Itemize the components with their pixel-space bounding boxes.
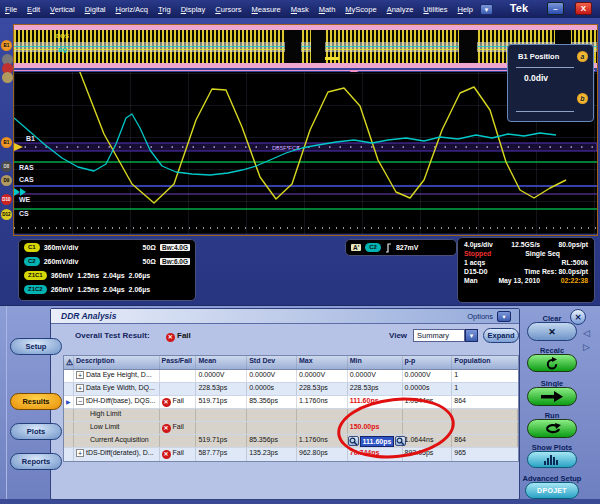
b1-badge[interactable]: B1 [1, 137, 12, 148]
view-label: View [389, 331, 407, 340]
b1-signal-label: B1 [26, 135, 35, 142]
run-button[interactable] [527, 419, 577, 438]
row-description: tDH-Diff(base), DQS... [86, 397, 156, 404]
current-row-arrow-icon: ▶ [64, 396, 74, 408]
row-description: Data Eye Height, D... [86, 371, 152, 378]
close-button[interactable]: X [575, 2, 592, 15]
col-min[interactable]: Min [348, 356, 403, 369]
knob-a-icon[interactable]: a [577, 51, 588, 62]
row-description: Data Eye Width, DQ... [86, 384, 155, 391]
table-subrow-current-acquisition[interactable]: Current Acquisition 519.71ps 85.356ps 1.… [64, 435, 518, 448]
menu-file[interactable]: File [0, 3, 22, 16]
plots-button[interactable]: Plots [10, 423, 62, 440]
frame-highlight [6, 306, 7, 504]
c1-readout[interactable]: C1 360mV/div 50Ω Bw:4.0G [19, 240, 195, 254]
zoom-highlight-segment [325, 57, 339, 60]
d8-badge[interactable]: D8 [1, 161, 12, 172]
table-row[interactable]: +Data Eye Height, D... 0.0000V 0.0000V 0… [64, 370, 518, 383]
col-population[interactable]: Population [452, 356, 518, 369]
col-passfail[interactable]: Pass/Fail [160, 356, 197, 369]
setup-button[interactable]: Setup [10, 338, 62, 355]
minimize-button[interactable]: – [547, 2, 564, 15]
d9-badge[interactable]: D9 [1, 175, 12, 186]
menu-edit[interactable]: Edit [22, 3, 45, 16]
acq-count: 1 acqs [464, 259, 485, 266]
ras-signal-label: RAS [19, 164, 34, 171]
b1-position-panel: B1 Position a 0.0div b [507, 44, 594, 122]
trigger-mode: Man [464, 277, 478, 284]
single-button[interactable] [527, 387, 577, 406]
table-subrow-low-limit[interactable]: Low Limit ✕ Fail 150.00ps [64, 422, 518, 435]
d10-badge[interactable]: D10 [1, 194, 12, 205]
expand-icon[interactable]: + [76, 384, 84, 392]
channel-readout-box: C1 360mV/div 50Ω Bw:4.0G C2 260mV/div 50… [18, 239, 196, 301]
c2-readout[interactable]: C2 260mV/div 50Ω Bw:6.0G [19, 254, 195, 268]
dpojet-button[interactable]: DPOJET [525, 482, 579, 499]
options-dropdown-button[interactable]: ▼ [497, 311, 511, 322]
c1-termination: 50Ω [143, 244, 156, 251]
menu-display[interactable]: Display [176, 3, 211, 16]
col-description[interactable]: Description [74, 356, 160, 369]
trigger-marker-badge: A' [351, 244, 361, 251]
ddr-title-bar[interactable]: DDR Analysis Options ▼ [51, 309, 519, 324]
menu-utilities[interactable]: Utilities [418, 3, 452, 16]
menu-digital[interactable]: Digital [80, 3, 111, 16]
z1c1-badge: Z1C1 [24, 271, 47, 280]
tek-logo: Tek [510, 2, 528, 14]
trigger-readout-box[interactable]: A' C2 827mV [345, 239, 457, 256]
c2-termination: 50Ω [143, 258, 156, 265]
d12-badge[interactable]: D12 [1, 209, 12, 220]
bus-idle-gap [285, 30, 301, 63]
expand-icon[interactable]: + [76, 449, 84, 457]
view-dropdown-button[interactable]: ▼ [465, 329, 478, 342]
menu-vertical[interactable]: Vertical [45, 3, 80, 16]
fail-icon: ✕ [162, 398, 171, 407]
col-max[interactable]: Max [297, 356, 348, 369]
expand-button[interactable]: Expand [483, 328, 519, 343]
menu-trig[interactable]: Trig [153, 3, 176, 16]
col-pp[interactable]: p-p [403, 356, 453, 369]
dqs-label: DQS [56, 33, 69, 39]
view-select[interactable]: Summary [413, 329, 465, 342]
z1c1-readout[interactable]: Z1C1 360mV 1.25ns 2.04µs 2.06µs [19, 268, 195, 282]
table-row-tdh[interactable]: ▶ −tDH-Diff(base), DQS... ✕ Fail 519.71p… [64, 396, 518, 409]
b1-channel-badge[interactable]: B1 [1, 40, 12, 51]
fail-icon: ✕ [162, 450, 171, 459]
z1c1-time: 1.25ns [77, 272, 99, 279]
recalc-icon [545, 357, 559, 370]
reports-button[interactable]: Reports [10, 453, 62, 470]
menu-measure[interactable]: Measure [247, 3, 286, 16]
channel-badge[interactable] [2, 72, 13, 83]
menu-analyze[interactable]: Analyze [382, 3, 419, 16]
expand-icon[interactable]: + [76, 371, 84, 379]
warning-icon: ⚠ [64, 356, 74, 369]
recalc-button[interactable] [527, 354, 577, 372]
selected-min-value[interactable]: 111.60ps [360, 436, 395, 447]
table-row[interactable]: +Data Eye Width, DQ... 228.53ps 0.0000s … [64, 383, 518, 396]
knob-b-icon[interactable]: b [577, 93, 588, 104]
menu-cursors[interactable]: Cursors [210, 3, 246, 16]
table-row-tds[interactable]: +tDS-Diff(derated), D... ✕ Fail 587.77ps… [64, 448, 518, 461]
table-header-row: ⚠ Description Pass/Fail Mean Std Dev Max… [64, 356, 518, 370]
menu-bar: File Edit Vertical Digital Horiz/Acq Tri… [0, 0, 600, 18]
z1c2-readout[interactable]: Z1C2 260mV 1.25ns 2.04µs 2.06µs [19, 282, 195, 296]
menu-more-button[interactable]: ▼ [480, 4, 493, 15]
col-stddev[interactable]: Std Dev [247, 356, 297, 369]
z1c2-scale: 260mV [51, 286, 74, 293]
options-label[interactable]: Options [467, 312, 493, 321]
results-button[interactable]: Results [10, 393, 62, 410]
pass-fail-value: Fail [173, 423, 184, 430]
clear-button[interactable]: ✕ [527, 322, 577, 341]
menu-math[interactable]: Math [314, 3, 341, 16]
col-mean[interactable]: Mean [196, 356, 247, 369]
menu-horizacq[interactable]: Horiz/Acq [111, 3, 154, 16]
table-subrow-high-limit[interactable]: High Limit [64, 409, 518, 422]
zoom-prev-button[interactable] [348, 436, 359, 446]
collapse-icon[interactable]: − [76, 397, 84, 405]
nav-left-icon[interactable]: ◁ [583, 328, 590, 338]
menu-help[interactable]: Help [453, 3, 478, 16]
menu-mask[interactable]: Mask [286, 3, 314, 16]
z1c2-time: 1.25ns [77, 286, 99, 293]
show-plots-button[interactable] [527, 451, 577, 468]
menu-myscope[interactable]: MyScope [340, 3, 381, 16]
